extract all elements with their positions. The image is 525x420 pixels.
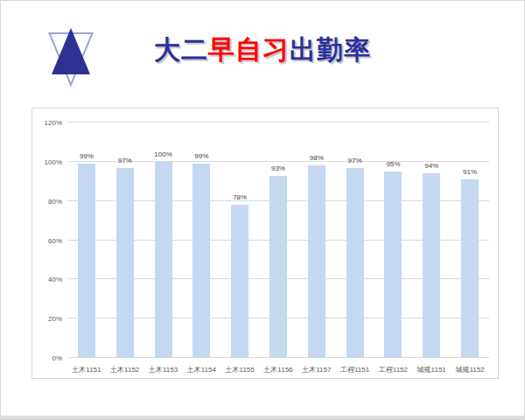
bar-value-label: 97% [118,157,132,164]
category-label: 土木1156 [259,365,298,374]
bar-value-label: 94% [424,162,438,170]
y-axis-tick-label: 60% [48,236,62,244]
bar-column: 94%城规1151 [412,122,451,358]
y-axis-tick-label: 40% [48,276,62,284]
bar [461,179,479,358]
page-title: 大二早自习出勤率 [1,32,524,68]
bar-column: 99%土木1151 [67,122,106,358]
bar-column: 97%工程1151 [336,122,374,358]
y-axis-tick-label: 20% [48,315,62,323]
attendance-bar-chart: 0%20%40%60%80%100%120%99%土木115197%土木1152… [32,108,499,379]
bar-column: 95%工程1152 [374,122,413,358]
bar [231,205,248,358]
category-label: 城规1151 [412,365,451,374]
slide: 大二早自习出勤率 0%20%40%60%80%100%120%99%土木1151… [0,0,525,420]
bar-column: 91%城规1152 [451,122,489,358]
bar-column: 99%土木1154 [182,122,220,358]
bottom-strip [1,416,524,419]
category-label: 土木1154 [182,365,220,374]
title-segment-primary: 大二 [154,35,208,64]
bar-column: 97%土木1152 [106,122,144,358]
category-label: 土木1157 [298,365,336,374]
category-label: 工程1151 [336,365,374,374]
bar-value-label: 93% [271,164,285,172]
bar-column: 78%土木1155 [220,122,259,358]
bar-value-label: 78% [233,193,247,201]
bar-value-label: 91% [463,168,477,176]
category-label: 土木1151 [67,365,106,374]
y-axis-tick-label: 120% [45,119,62,127]
y-axis-tick-label: 100% [45,158,62,165]
category-label: 土木1155 [220,365,259,374]
plot-area: 0%20%40%60%80%100%120%99%土木115197%土木1152… [67,122,489,358]
bar [346,168,364,358]
bar-column: 98%土木1157 [298,122,336,358]
bar [78,164,95,358]
bar-value-label: 99% [80,152,94,160]
title-segment-accent: 早自习 [208,35,290,64]
bar-value-label: 97% [348,157,362,164]
bar-value-label: 98% [310,154,324,162]
category-label: 土木1152 [106,365,144,374]
category-label: 城规1152 [451,365,489,374]
bar-value-label: 95% [386,160,400,168]
category-label: 工程1152 [374,365,413,374]
y-axis-tick-label: 80% [48,197,62,205]
bar [270,176,287,358]
category-label: 土木1153 [144,365,183,374]
bar [155,162,172,358]
bar [192,164,210,358]
bar [116,168,134,358]
bar-value-label: 100% [154,150,172,158]
bar [308,165,326,358]
bars-container: 99%土木115197%土木1152100%土木115399%土木115478%… [67,122,489,358]
bar-value-label: 99% [194,152,208,160]
title-segment-primary-2: 出勤率 [290,35,371,64]
bar-column: 100%土木1153 [144,122,183,358]
bar [423,173,440,358]
bar [384,172,402,358]
bar-column: 93%土木1156 [259,122,298,358]
y-axis-tick-label: 0% [52,354,62,362]
